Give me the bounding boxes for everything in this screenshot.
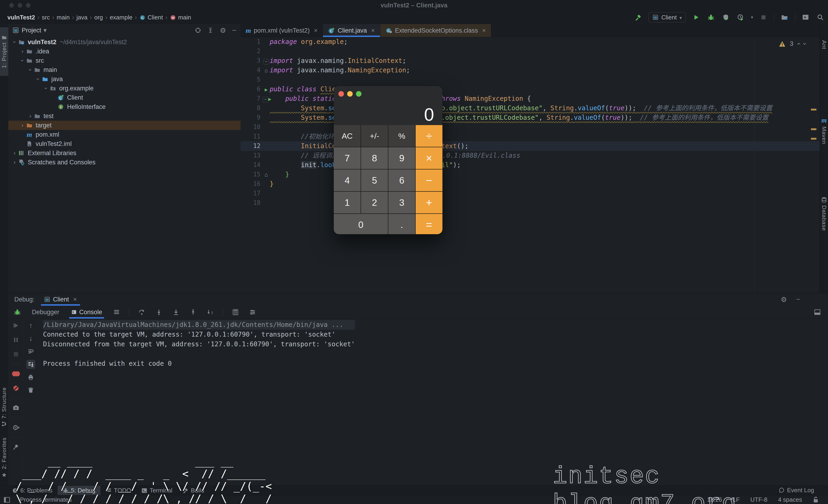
run-configuration-select[interactable]: Client▾ — [649, 12, 686, 23]
up-stack-icon[interactable]: ↑ — [26, 321, 35, 330]
tree-item-external-libraries[interactable]: ›External Libraries — [8, 149, 244, 158]
step-over-icon[interactable] — [138, 309, 145, 316]
breadcrumb-item-java[interactable]: java — [76, 14, 87, 21]
debug-session-tab[interactable]: Client × — [41, 293, 80, 306]
tree-item-pom-xml[interactable]: mpom.xml — [8, 130, 252, 139]
chevron-icon[interactable]: › — [43, 85, 49, 91]
tree-item-src[interactable]: ›src — [8, 56, 252, 65]
stripe-button-structure[interactable]: 7: Structure — [0, 384, 8, 430]
filter-icon[interactable] — [249, 309, 256, 316]
calc-button-+/-[interactable]: +/- — [361, 125, 388, 147]
tree-item-vulntest2-iml[interactable]: vulnTest2.iml — [8, 139, 252, 149]
project-dropdown-arrow[interactable]: ▾ — [43, 27, 47, 34]
calc-button-.[interactable]: . — [388, 214, 415, 234]
calc-button-%[interactable]: % — [388, 125, 415, 147]
view-breakpoints-icon[interactable] — [11, 369, 20, 378]
calc-button-0[interactable]: 0 — [334, 214, 388, 234]
stripe-button-database[interactable]: Database — [820, 177, 828, 251]
calc-close-button[interactable] — [338, 91, 344, 97]
stop-dim-icon[interactable] — [13, 351, 19, 358]
calc-button-=[interactable]: = — [416, 214, 443, 234]
calc-minimize-button[interactable] — [347, 91, 353, 97]
pin-icon[interactable] — [13, 444, 19, 450]
search-everywhere-icon[interactable] — [817, 14, 824, 21]
debug-tab-console[interactable]: Console — [69, 306, 104, 319]
tree-item--idea[interactable]: ›.idea — [8, 47, 252, 56]
chevron-icon[interactable]: › — [19, 122, 26, 129]
resume-icon[interactable] — [13, 322, 19, 329]
calc-button-AC[interactable]: AC — [334, 125, 361, 147]
tree-item-main[interactable]: ›main — [8, 65, 259, 75]
run-cursor-icon[interactable]: I — [207, 309, 213, 316]
fold-end-icon[interactable]: ⌂ — [264, 172, 268, 178]
settings-menu-icon[interactable]: ⚙▾ — [11, 423, 20, 432]
breadcrumb-item-main[interactable]: main — [57, 14, 70, 21]
step-into-icon[interactable] — [156, 309, 162, 316]
breadcrumb-item-src[interactable]: src — [42, 14, 50, 21]
down-stack-icon[interactable]: ↓ — [26, 334, 35, 343]
calc-button-3[interactable]: 3 — [388, 192, 415, 213]
locate-icon[interactable] — [195, 27, 201, 34]
evaluate-icon[interactable] — [232, 309, 239, 316]
trash-icon[interactable] — [28, 387, 34, 393]
stripe-button-ant[interactable]: Ant — [820, 31, 828, 59]
fold-end-icon[interactable]: ⌂ — [264, 67, 268, 74]
project-panel-title[interactable]: Project — [22, 27, 41, 34]
tree-item-test[interactable]: ›test — [8, 112, 259, 121]
scrollbar-warning-mark[interactable] — [811, 138, 817, 140]
calc-button-2[interactable]: 2 — [361, 192, 388, 213]
hammer-icon[interactable] — [635, 14, 641, 21]
calc-button-8[interactable]: 8 — [361, 147, 388, 169]
close-icon[interactable]: × — [482, 27, 486, 34]
profiler-arrow-icon[interactable]: ▾ — [751, 15, 753, 20]
code-editor[interactable]: 3 › › 1package org.example;23−import jav… — [241, 37, 820, 293]
calc-zoom-button[interactable] — [356, 91, 362, 97]
chevron-icon[interactable]: › — [19, 57, 26, 64]
run-anything-icon[interactable] — [802, 14, 809, 21]
mute-breakpoints-icon[interactable] — [11, 384, 20, 393]
stop-icon[interactable] — [760, 14, 767, 21]
chevron-icon[interactable]: › — [27, 67, 34, 73]
calc-button-×[interactable]: × — [416, 147, 443, 169]
lines-icon[interactable] — [113, 309, 120, 316]
settings-icon[interactable]: ⚙ — [220, 26, 226, 35]
run-icon[interactable] — [693, 14, 700, 21]
chevron-icon[interactable]: › — [11, 159, 17, 166]
calc-button-4[interactable]: 4 — [334, 169, 361, 191]
chevron-icon[interactable]: › — [11, 150, 17, 156]
tree-item-vulntest2[interactable]: ›vulnTest2~/d4m1ts/java/vulnTest2 — [8, 37, 244, 47]
tree-item-java[interactable]: ›java — [8, 75, 267, 84]
calc-button-6[interactable]: 6 — [388, 169, 415, 191]
print-icon[interactable] — [28, 374, 34, 381]
breadcrumb-item-main[interactable]: mmain — [170, 14, 191, 21]
tree-item-scratches-and-consoles[interactable]: ›Scratches and Consoles — [8, 158, 244, 167]
chevron-icon[interactable]: › — [19, 48, 26, 54]
editor-tab-client-java[interactable]: CClient.java× — [323, 24, 380, 37]
hide-icon[interactable]: − — [232, 26, 236, 35]
profiler-icon[interactable] — [737, 14, 744, 21]
chevron-icon[interactable]: › — [11, 39, 18, 45]
breadcrumb-item-Client[interactable]: CClient — [139, 14, 163, 21]
calc-button-÷[interactable]: ÷ — [416, 125, 443, 147]
calculator-window[interactable]: 0 AC+/-%÷789×456−123+0.= — [334, 86, 443, 234]
coverage-icon[interactable] — [722, 14, 729, 21]
hide-icon[interactable]: − — [796, 295, 800, 303]
console-output[interactable]: /Library/Java/JavaVirtualMachines/jdk1.8… — [43, 320, 355, 369]
close-icon[interactable]: × — [371, 27, 375, 34]
fold-icon[interactable]: − — [263, 59, 269, 65]
editor-tab-extendedsocketoptions-class[interactable]: CExtendedSocketOptions.class× — [380, 24, 491, 37]
sync-folder-icon[interactable] — [781, 14, 788, 21]
debug-tab-debugger[interactable]: Debugger — [30, 306, 61, 319]
breadcrumb-item-org[interactable]: org — [94, 14, 103, 21]
calc-button-5[interactable]: 5 — [361, 169, 388, 191]
chevron-icon[interactable]: › — [35, 76, 41, 82]
force-step-icon[interactable] — [173, 309, 179, 316]
pause-icon[interactable] — [13, 337, 19, 343]
wrap-icon[interactable] — [28, 348, 34, 355]
camera-icon[interactable] — [13, 405, 19, 411]
tree-item-org-example[interactable]: ›org.example — [8, 84, 275, 93]
editor-tab-pom-xml-vulntest2-[interactable]: mpom.xml (vulnTest2)× — [241, 24, 323, 37]
stripe-button-favorites[interactable]: 2: Favorites★ — [0, 434, 8, 482]
calc-button-1[interactable]: 1 — [334, 192, 361, 213]
close-icon[interactable]: × — [314, 27, 318, 34]
